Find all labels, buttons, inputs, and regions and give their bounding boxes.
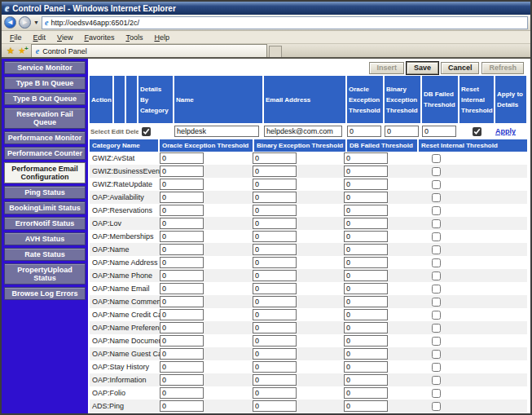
db-failed-threshold-input[interactable] xyxy=(344,179,388,190)
db-failed-threshold-input[interactable] xyxy=(344,205,388,216)
oracle-threshold-input[interactable] xyxy=(160,192,204,203)
reset-internal-threshold-checkbox[interactable] xyxy=(473,127,481,136)
db-failed-threshold-input[interactable] xyxy=(344,283,388,294)
reset-internal-threshold-checkbox[interactable] xyxy=(432,193,441,202)
db-failed-threshold-input[interactable] xyxy=(344,361,388,373)
binary-threshold-input[interactable] xyxy=(253,296,297,307)
binary-threshold-input[interactable] xyxy=(253,257,297,268)
oracle-threshold-input[interactable] xyxy=(160,152,204,164)
reset-internal-threshold-checkbox[interactable] xyxy=(432,324,441,333)
reset-internal-threshold-checkbox[interactable] xyxy=(432,363,441,372)
oracle-threshold-input[interactable] xyxy=(160,166,204,177)
binary-threshold-input[interactable] xyxy=(253,361,297,373)
reset-internal-threshold-checkbox[interactable] xyxy=(432,258,441,267)
reset-internal-threshold-checkbox[interactable] xyxy=(432,376,441,385)
reset-internal-threshold-checkbox[interactable] xyxy=(432,311,441,320)
db-failed-threshold-input[interactable] xyxy=(344,387,388,399)
address-field[interactable]: e http://oedsv46app:6501/2c/ xyxy=(42,16,528,29)
reset-internal-threshold-checkbox[interactable] xyxy=(432,245,441,254)
binary-threshold-input[interactable] xyxy=(253,270,297,281)
add-favorite-icon[interactable]: ★ xyxy=(18,46,26,55)
binary-threshold-input[interactable] xyxy=(385,126,419,137)
oracle-threshold-input[interactable] xyxy=(160,179,204,190)
menu-item[interactable]: Help xyxy=(149,33,174,42)
db-failed-threshold-input[interactable] xyxy=(344,270,388,281)
sidebar-item[interactable]: Type B Out Queue xyxy=(4,92,86,105)
db-failed-threshold-input[interactable] xyxy=(344,374,388,386)
reset-internal-threshold-checkbox[interactable] xyxy=(432,180,441,189)
reset-internal-threshold-checkbox[interactable] xyxy=(432,285,441,294)
favorites-star-icon[interactable]: ★ xyxy=(7,46,15,55)
oracle-threshold-input[interactable] xyxy=(160,348,204,360)
binary-threshold-input[interactable] xyxy=(253,374,297,386)
toolbar-button[interactable]: Insert xyxy=(369,62,404,74)
sidebar-item[interactable]: BookingLimit Status xyxy=(4,201,86,214)
oracle-threshold-input[interactable] xyxy=(160,322,204,333)
db-failed-threshold-input[interactable] xyxy=(344,309,388,320)
sidebar-item[interactable]: Rate Status xyxy=(4,248,86,261)
reset-internal-threshold-checkbox[interactable] xyxy=(432,219,441,228)
binary-threshold-input[interactable] xyxy=(253,335,297,347)
sidebar-item[interactable]: ErrorNotif Status xyxy=(4,217,86,230)
reset-internal-threshold-checkbox[interactable] xyxy=(432,232,441,241)
oracle-threshold-input[interactable] xyxy=(160,309,204,320)
reset-internal-threshold-checkbox[interactable] xyxy=(432,402,441,411)
db-failed-threshold-input[interactable] xyxy=(344,244,388,255)
sidebar-item[interactable]: Ping Status xyxy=(4,186,86,199)
db-failed-threshold-input[interactable] xyxy=(344,348,388,360)
db-failed-threshold-input[interactable] xyxy=(344,166,388,177)
menu-item[interactable]: View xyxy=(52,33,77,42)
reset-internal-threshold-checkbox[interactable] xyxy=(432,337,441,346)
sidebar-item[interactable]: Reservation Fail Queue xyxy=(4,108,86,129)
sidebar-item[interactable]: Browse Log Errors xyxy=(4,287,86,300)
binary-threshold-input[interactable] xyxy=(253,309,297,320)
new-tab-stub[interactable] xyxy=(269,46,282,57)
sidebar-item[interactable]: Performance Counter xyxy=(4,147,86,160)
sidebar-item[interactable]: PropertyUpload Status xyxy=(4,263,86,285)
name-input[interactable] xyxy=(174,126,259,137)
binary-threshold-input[interactable] xyxy=(253,205,297,216)
reset-internal-threshold-checkbox[interactable] xyxy=(432,298,441,307)
oracle-threshold-input[interactable] xyxy=(160,270,204,281)
binary-threshold-input[interactable] xyxy=(253,387,297,399)
menu-item[interactable]: Favorites xyxy=(79,33,119,42)
db-failed-threshold-input[interactable] xyxy=(344,296,388,307)
menu-item[interactable]: Edit xyxy=(29,33,51,42)
toolbar-button[interactable]: Cancel xyxy=(441,62,480,74)
menu-item[interactable]: File xyxy=(5,33,27,42)
binary-threshold-input[interactable] xyxy=(253,218,297,229)
db-failed-threshold-input[interactable] xyxy=(344,231,388,242)
oracle-threshold-input[interactable] xyxy=(160,205,204,216)
binary-threshold-input[interactable] xyxy=(253,348,297,360)
db-failed-threshold-input[interactable] xyxy=(344,218,388,229)
binary-threshold-input[interactable] xyxy=(253,322,297,333)
oracle-threshold-input[interactable] xyxy=(160,361,204,373)
nav-dropdown-icon[interactable]: ▼ xyxy=(33,20,39,25)
reset-internal-threshold-checkbox[interactable] xyxy=(432,167,441,176)
binary-threshold-input[interactable] xyxy=(253,283,297,294)
binary-threshold-input[interactable] xyxy=(253,152,297,164)
db-failed-threshold-input[interactable] xyxy=(344,257,388,268)
back-button[interactable]: ◄ xyxy=(4,16,16,29)
details-by-category-checkbox[interactable] xyxy=(142,127,151,136)
db-failed-threshold-input[interactable] xyxy=(344,322,388,333)
db-failed-threshold-input[interactable] xyxy=(344,400,388,412)
db-failed-threshold-input[interactable] xyxy=(344,192,388,203)
binary-threshold-input[interactable] xyxy=(253,231,297,242)
apply-link[interactable]: Apply xyxy=(495,127,516,135)
oracle-threshold-input[interactable] xyxy=(160,400,204,412)
oracle-threshold-input[interactable] xyxy=(160,335,204,347)
binary-threshold-input[interactable] xyxy=(253,166,297,177)
oracle-threshold-input[interactable] xyxy=(160,374,204,386)
reset-internal-threshold-checkbox[interactable] xyxy=(432,272,441,280)
reset-internal-threshold-checkbox[interactable] xyxy=(432,389,441,398)
oracle-threshold-input[interactable] xyxy=(160,296,204,307)
forward-button[interactable]: ► xyxy=(19,16,31,29)
email-address-input[interactable] xyxy=(264,126,342,137)
sidebar-item[interactable]: Type B In Queue xyxy=(4,77,86,90)
sidebar-item[interactable]: AVH Status xyxy=(4,232,86,245)
sidebar-item[interactable]: Service Monitor xyxy=(4,61,86,74)
binary-threshold-input[interactable] xyxy=(253,400,297,412)
oracle-threshold-input[interactable] xyxy=(160,283,204,294)
db-failed-threshold-input[interactable] xyxy=(422,126,456,137)
